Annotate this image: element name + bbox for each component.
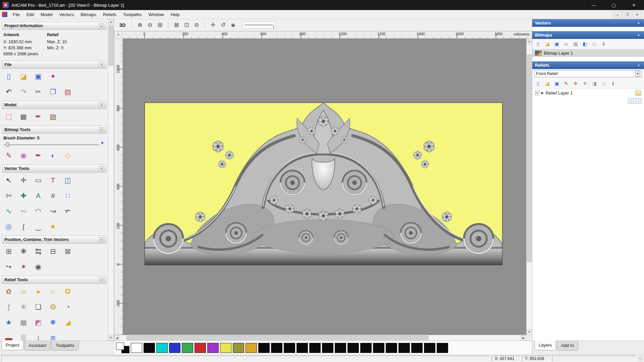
- open-model-icon[interactable]: ◪: [17, 70, 30, 82]
- palette-swatch-purple[interactable]: [207, 343, 219, 353]
- scroll-up-icon[interactable]: ▲: [527, 39, 532, 44]
- create-curve-icon[interactable]: ∿: [3, 205, 15, 217]
- canvas-horizontal-scrollbar[interactable]: ◀ ▶: [114, 335, 526, 341]
- palette-swatch-black[interactable]: [335, 343, 346, 353]
- palette-swatch-black[interactable]: [398, 343, 410, 353]
- palette-swatch-black[interactable]: [271, 343, 282, 353]
- snap-grid-icon[interactable]: #: [47, 190, 59, 202]
- select-vectors-icon[interactable]: ↖: [3, 174, 15, 186]
- mdi-close-button[interactable]: ✕: [633, 11, 642, 18]
- maximize-button[interactable]: ▢: [604, 0, 624, 10]
- turn-wizard-icon[interactable]: ❂: [47, 301, 59, 313]
- palette-swatch-white[interactable]: [131, 343, 142, 353]
- create-text-icon[interactable]: T: [47, 174, 59, 186]
- palette-swatch-black[interactable]: [347, 343, 359, 353]
- palette-swatch-olive[interactable]: [233, 343, 244, 353]
- palette-swatch-black[interactable]: [284, 343, 295, 353]
- scroll-down-icon[interactable]: ▼: [527, 329, 532, 335]
- set-model-size-icon[interactable]: ⬚: [3, 111, 15, 123]
- save-bitmap-layer-icon[interactable]: ▣: [552, 40, 561, 48]
- swept-profile-icon[interactable]: ʃ: [3, 301, 15, 313]
- palette-swatch-black[interactable]: [297, 343, 308, 353]
- slider-handle[interactable]: [6, 142, 9, 147]
- measure-icon[interactable]: ↝: [47, 205, 59, 217]
- collapse-icon[interactable]: ▲: [99, 127, 104, 132]
- save-relief-layer-icon[interactable]: ▣: [552, 79, 561, 87]
- copy-icon[interactable]: ❐: [47, 86, 59, 98]
- palette-swatch-black[interactable]: [322, 343, 333, 353]
- weave-wizard-icon[interactable]: ✳: [17, 301, 30, 313]
- zoom-window-icon[interactable]: ⊞: [155, 20, 165, 30]
- colour-picker-icon[interactable]: ✒: [32, 149, 44, 162]
- shape-editor-icon[interactable]: ●: [32, 286, 44, 298]
- mask-relief-icon[interactable]: ▒: [17, 332, 30, 341]
- palette-swatch-black[interactable]: [309, 343, 321, 353]
- envelope-distortion-icon[interactable]: ▦: [17, 316, 30, 328]
- load-relief-layer-icon[interactable]: ◪: [543, 79, 552, 87]
- paste-icon[interactable]: ▤: [62, 86, 74, 98]
- zoom-objects-icon[interactable]: ⊡: [182, 20, 191, 30]
- paint-icon[interactable]: ✎: [3, 149, 15, 162]
- collapse-icon[interactable]: ▲: [99, 278, 104, 282]
- weld-vectors-icon[interactable]: ✶: [17, 261, 30, 273]
- scrollbar-track[interactable]: [527, 44, 532, 329]
- bitmaps-header[interactable]: Bitmaps ▲: [532, 31, 644, 39]
- new-relief-layer-icon[interactable]: ▯: [534, 79, 542, 87]
- move-layer-down-icon[interactable]: ↓: [635, 98, 641, 104]
- nesting-icon[interactable]: Nes ting: [32, 245, 44, 257]
- scrollbar-thumb[interactable]: [109, 25, 113, 66]
- relief-selector-dropdown[interactable]: Front Relief ▼: [534, 70, 642, 77]
- two-rail-sweep-icon[interactable]: ∩: [47, 286, 59, 298]
- create-star-icon[interactable]: ★: [47, 221, 59, 233]
- vectors-header[interactable]: Vectors ▲: [532, 19, 644, 27]
- chevron-right-icon[interactable]: ▶: [541, 91, 544, 95]
- relief-layer-row[interactable]: + ▶ Relief Layer 1: [532, 89, 644, 97]
- collapse-icon[interactable]: ▲: [636, 64, 641, 67]
- delete-bitmap-layer-icon[interactable]: ◻: [590, 40, 599, 48]
- create-rectangle-icon[interactable]: ▭: [32, 174, 44, 186]
- palette-swatch-black[interactable]: [144, 343, 155, 353]
- view-3d-button[interactable]: 3D: [117, 20, 128, 30]
- join-vectors-icon[interactable]: ‿: [32, 221, 44, 233]
- preview-relief-icon[interactable]: ◨: [590, 79, 599, 87]
- line-width-selector[interactable]: [243, 21, 276, 29]
- star-wizard-icon[interactable]: ★: [3, 316, 15, 328]
- section-model[interactable]: Model ▲: [2, 101, 107, 109]
- relief-visibility-icon[interactable]: [635, 90, 641, 96]
- reliefs-header[interactable]: Reliefs ▲: [532, 61, 644, 69]
- menu-window[interactable]: Window: [145, 11, 167, 18]
- palette-icon[interactable]: ◐: [47, 149, 59, 162]
- close-button[interactable]: ✕: [624, 0, 644, 10]
- palette-swatch-cyan[interactable]: [156, 343, 168, 353]
- menu-reliefs[interactable]: Reliefs: [100, 11, 120, 18]
- palette-swatch-blue[interactable]: [169, 343, 180, 353]
- move-layer-up-icon[interactable]: ↑: [628, 98, 634, 104]
- undo-icon[interactable]: ↶: [3, 86, 15, 98]
- resize-grip[interactable]: [638, 356, 643, 361]
- toggle-snap-icon[interactable]: ◈: [228, 20, 238, 30]
- menu-help[interactable]: Help: [167, 11, 183, 18]
- knife-icon[interactable]: ✃: [62, 205, 74, 217]
- bitmap-layer-canvas[interactable]: [145, 103, 502, 265]
- palette-swatch-yellow[interactable]: [220, 343, 231, 353]
- palette-swatch-gold[interactable]: [246, 343, 257, 353]
- tab-layers[interactable]: Layers: [534, 341, 556, 350]
- palette-swatch-black[interactable]: [258, 343, 270, 353]
- delete-relief-layer-icon[interactable]: ◻: [599, 79, 608, 87]
- zoom-in-icon[interactable]: ⊕: [135, 20, 145, 30]
- transform-vectors-icon[interactable]: ✛: [17, 174, 30, 186]
- notes-icon[interactable]: ✒: [32, 111, 44, 123]
- scrollbar-track[interactable]: [120, 335, 521, 341]
- scale-relief-icon[interactable]: ↕: [32, 332, 44, 341]
- zoom-fit-icon[interactable]: ⊠: [172, 20, 181, 30]
- new-model-icon[interactable]: ▯: [3, 70, 15, 82]
- bitmap-layer-row[interactable]: Bitmap Layer 1: [532, 49, 644, 57]
- palette-swatch-black[interactable]: [386, 343, 397, 353]
- canvas-viewport[interactable]: [123, 39, 526, 335]
- scrollbar-track[interactable]: [108, 25, 114, 335]
- palette-swatch-black[interactable]: [437, 343, 448, 353]
- reduce-colours-icon[interactable]: ◇: [62, 149, 74, 162]
- chevron-down-icon[interactable]: ▼: [635, 71, 640, 77]
- palette-swatch-red[interactable]: [195, 343, 206, 353]
- create-text-block-icon[interactable]: A: [32, 190, 44, 202]
